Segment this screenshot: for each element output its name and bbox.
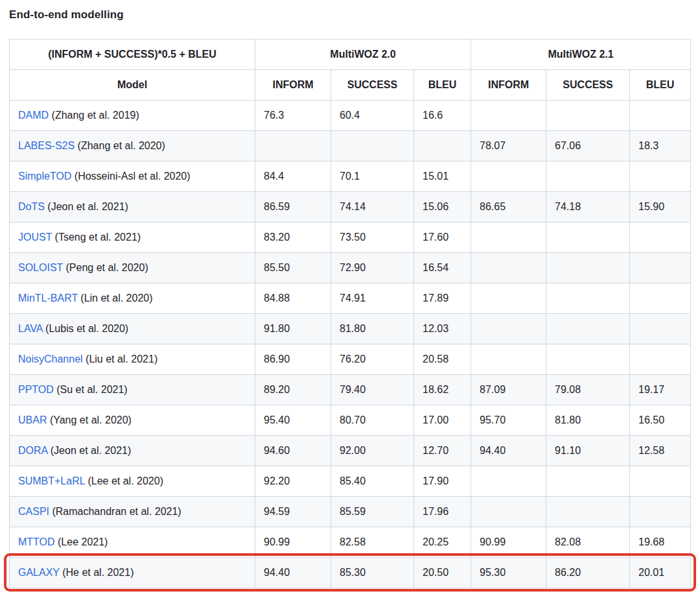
metric-cell: 86.59 bbox=[255, 192, 331, 222]
metric-cell bbox=[630, 497, 691, 527]
group-header-multiwoz-2-0: MultiWOZ 2.0 bbox=[255, 40, 471, 70]
model-link[interactable]: MTTOD bbox=[18, 536, 55, 547]
model-citation: (Peng et al. 2020) bbox=[63, 262, 148, 273]
model-cell: MTTOD (Lee 2021) bbox=[10, 527, 255, 558]
model-cell: NoisyChannel (Liu et al. 2021) bbox=[10, 344, 255, 375]
metric-cell: 74.91 bbox=[331, 283, 414, 314]
model-citation: (Lee 2021) bbox=[55, 536, 108, 547]
model-citation: (Liu et al. 2021) bbox=[83, 353, 158, 365]
metric-cell: 91.80 bbox=[255, 314, 331, 344]
metric-cell bbox=[546, 466, 630, 497]
model-cell: CASPI (Ramachandran et al. 2021) bbox=[10, 497, 255, 527]
metric-cell: 18.62 bbox=[414, 375, 471, 405]
metric-cell: 72.90 bbox=[331, 253, 414, 283]
model-citation: (Hosseini-Asl et al. 2020) bbox=[71, 171, 190, 182]
table-row: LAVA (Lubis et al. 2020)91.8081.8012.03 bbox=[10, 314, 691, 344]
table-row: CASPI (Ramachandran et al. 2021)94.5985.… bbox=[10, 497, 691, 527]
table-row: NoisyChannel (Liu et al. 2021)86.9076.20… bbox=[10, 344, 691, 375]
metric-cell bbox=[546, 101, 630, 131]
metric-cell: 94.40 bbox=[255, 558, 331, 588]
table-row: SOLOIST (Peng et al. 2020)85.5072.9016.5… bbox=[10, 253, 691, 283]
model-citation: (Zhang et al. 2020) bbox=[75, 140, 165, 151]
table-row: MinTL-BART (Lin et al. 2020)84.8874.9117… bbox=[10, 283, 691, 314]
metric-cell: 76.20 bbox=[331, 344, 414, 375]
column-header-bleu-21: BLEU bbox=[630, 70, 691, 101]
model-link[interactable]: SUMBT+LaRL bbox=[18, 475, 85, 486]
metric-cell: 16.54 bbox=[414, 253, 471, 283]
metric-cell: 73.50 bbox=[331, 222, 414, 253]
model-link[interactable]: NoisyChannel bbox=[18, 353, 83, 365]
metric-cell: 17.96 bbox=[414, 497, 471, 527]
metric-cell: 20.25 bbox=[414, 527, 471, 558]
column-header-success-21: SUCCESS bbox=[546, 70, 630, 101]
metric-cell: 85.30 bbox=[331, 558, 414, 588]
model-link[interactable]: CASPI bbox=[18, 506, 49, 517]
table-row: JOUST (Tseng et al. 2021)83.2073.5017.60 bbox=[10, 222, 691, 253]
model-link[interactable]: UBAR bbox=[18, 414, 47, 425]
table-row: DAMD (Zhang et al. 2019)76.360.416.6 bbox=[10, 101, 691, 131]
metric-cell: 81.80 bbox=[331, 314, 414, 344]
metric-cell bbox=[630, 253, 691, 283]
page-title: End-to-end modelling bbox=[9, 8, 691, 21]
metric-cell: 60.4 bbox=[331, 101, 414, 131]
metric-cell: 74.14 bbox=[331, 192, 414, 222]
model-citation: (Ramachandran et al. 2021) bbox=[49, 506, 181, 517]
model-cell: PPTOD (Su et al. 2021) bbox=[10, 375, 255, 405]
table-column-header-row: Model INFORM SUCCESS BLEU INFORM SUCCESS… bbox=[10, 70, 691, 101]
metric-cell: 79.08 bbox=[546, 375, 630, 405]
metric-cell: 12.03 bbox=[414, 314, 471, 344]
model-link[interactable]: PPTOD bbox=[18, 384, 54, 395]
model-link[interactable]: LAVA bbox=[18, 323, 43, 334]
model-citation: (Jeon et al. 2021) bbox=[47, 445, 131, 456]
column-header-inform-21: INFORM bbox=[471, 70, 546, 101]
table-row: GALAXY (He et al. 2021)94.4085.3020.5095… bbox=[10, 558, 691, 588]
model-cell: SUMBT+LaRL (Lee et al. 2020) bbox=[10, 466, 255, 497]
model-cell: SimpleTOD (Hosseini-Asl et al. 2020) bbox=[10, 161, 255, 192]
metric-cell: 20.01 bbox=[630, 558, 691, 588]
metric-cell: 79.40 bbox=[331, 375, 414, 405]
metric-cell bbox=[471, 344, 546, 375]
model-link[interactable]: MinTL-BART bbox=[18, 293, 78, 304]
model-citation: (Tseng et al. 2021) bbox=[52, 232, 141, 243]
model-cell: JOUST (Tseng et al. 2021) bbox=[10, 222, 255, 253]
metric-cell: 94.40 bbox=[471, 436, 546, 466]
table-row: SimpleTOD (Hosseini-Asl et al. 2020)84.4… bbox=[10, 161, 691, 192]
model-cell: GALAXY (He et al. 2021) bbox=[10, 558, 255, 588]
metric-cell: 84.4 bbox=[255, 161, 331, 192]
metric-cell: 82.58 bbox=[331, 527, 414, 558]
metric-cell: 86.20 bbox=[546, 558, 630, 588]
model-link[interactable]: SOLOIST bbox=[18, 262, 63, 273]
metric-cell bbox=[471, 283, 546, 314]
model-link[interactable]: DAMD bbox=[18, 110, 49, 121]
metric-cell bbox=[471, 253, 546, 283]
metric-cell: 85.59 bbox=[331, 497, 414, 527]
metric-cell bbox=[331, 131, 414, 161]
model-link[interactable]: GALAXY bbox=[18, 567, 60, 578]
model-link[interactable]: JOUST bbox=[18, 232, 52, 243]
model-link[interactable]: DORA bbox=[18, 445, 47, 456]
metric-cell: 94.60 bbox=[255, 436, 331, 466]
metric-cell: 20.50 bbox=[414, 558, 471, 588]
model-link[interactable]: DoTS bbox=[18, 201, 45, 212]
metric-cell bbox=[630, 314, 691, 344]
metric-cell bbox=[471, 314, 546, 344]
model-link[interactable]: SimpleTOD bbox=[18, 171, 71, 182]
metric-cell: 15.01 bbox=[414, 161, 471, 192]
metric-cell: 86.65 bbox=[471, 192, 546, 222]
table-wrapper: (INFORM + SUCCESS)*0.5 + BLEU MultiWOZ 2… bbox=[9, 39, 690, 588]
model-citation: (Su et al. 2021) bbox=[54, 384, 128, 395]
metric-cell bbox=[546, 497, 630, 527]
table-row: SUMBT+LaRL (Lee et al. 2020)92.2085.4017… bbox=[10, 466, 691, 497]
model-cell: UBAR (Yang et al. 2020) bbox=[10, 405, 255, 436]
model-link[interactable]: LABES-S2S bbox=[18, 140, 75, 151]
metric-cell: 15.06 bbox=[414, 192, 471, 222]
metric-cell bbox=[630, 161, 691, 192]
metric-cell: 82.08 bbox=[546, 527, 630, 558]
model-citation: (Lee et al. 2020) bbox=[85, 475, 163, 486]
metric-cell: 81.80 bbox=[546, 405, 630, 436]
metric-cell: 15.90 bbox=[630, 192, 691, 222]
metric-cell: 91.10 bbox=[546, 436, 630, 466]
metric-cell: 12.58 bbox=[630, 436, 691, 466]
metric-cell bbox=[414, 131, 471, 161]
column-header-inform-20: INFORM bbox=[255, 70, 331, 101]
